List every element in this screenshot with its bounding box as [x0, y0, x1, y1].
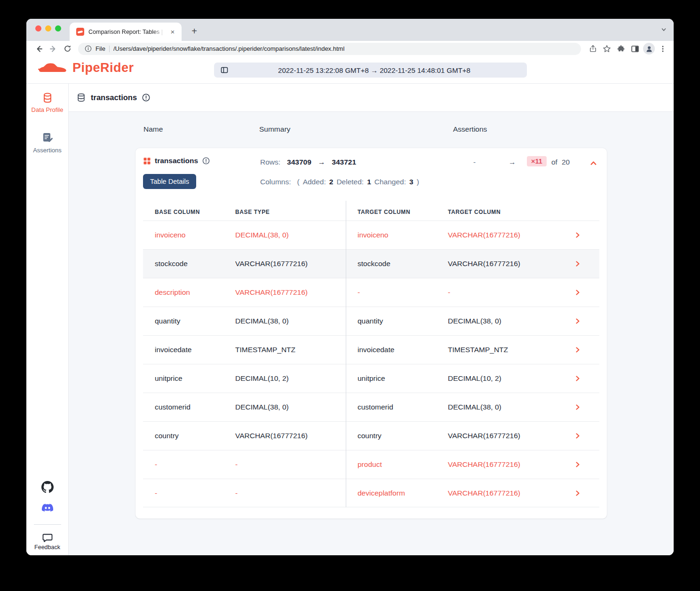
url-scheme: File — [95, 45, 105, 52]
reload-icon[interactable] — [61, 43, 73, 55]
target-column-cell: country — [358, 432, 448, 440]
bookmark-star-icon[interactable] — [601, 43, 613, 55]
page-info-icon[interactable] — [85, 45, 92, 52]
base-type-cell: DECIMAL(38, 0) — [235, 231, 358, 239]
added-count: 2 — [329, 178, 334, 186]
table-row[interactable]: - - product VARCHAR(16777216) — [143, 450, 599, 479]
traffic-lights — [35, 25, 61, 32]
sidebar-label-assertions: Assertions — [33, 146, 62, 155]
table-row[interactable]: customerid DECIMAL(38, 0) customerid DEC… — [143, 393, 599, 421]
url-bar[interactable]: File /Users/dave/piperider/snowflake/tra… — [78, 43, 581, 55]
zoom-window-button[interactable] — [55, 25, 61, 32]
title-info-icon[interactable] — [142, 94, 150, 102]
row-chevron-right-icon[interactable] — [574, 403, 599, 411]
row-chevron-right-icon[interactable] — [574, 317, 599, 325]
table-row[interactable]: quantity DECIMAL(38, 0) quantity DECIMAL… — [143, 307, 599, 335]
assertions-base-value: - — [473, 158, 476, 166]
feedback-bubble-icon[interactable] — [42, 533, 53, 543]
sidebar-label-data-profile: Data Profile — [32, 105, 64, 115]
header-base-column: BASE COLUMN — [155, 209, 235, 215]
list-header-name: Name — [143, 125, 163, 134]
back-icon[interactable] — [33, 43, 45, 55]
row-chevron-right-icon[interactable] — [574, 489, 599, 497]
table-row[interactable]: country VARCHAR(16777216) country VARCHA… — [143, 421, 599, 450]
sidebar-item-assertions[interactable]: Assertions — [26, 132, 68, 155]
assertions-of-label: of — [551, 158, 557, 166]
row-chevron-right-icon[interactable] — [574, 346, 599, 354]
tab-close-icon[interactable]: × — [168, 28, 177, 36]
base-column-cell: quantity — [155, 317, 235, 325]
columns-label: Columns: — [260, 178, 291, 186]
forward-icon[interactable] — [47, 43, 59, 55]
collapse-chevron-up-icon[interactable] — [588, 158, 598, 168]
added-label: Added: — [303, 178, 326, 186]
rows-target-count: 343721 — [332, 158, 356, 166]
comparison-range-pill[interactable]: 2022-11-25 13:22:08 GMT+8 → 2022-11-25 1… — [214, 63, 527, 78]
target-type-cell: TIMESTAMP_NTZ — [448, 346, 558, 354]
target-type-cell: DECIMAL(38, 0) — [448, 317, 558, 325]
browser-tab[interactable]: Comparison Report: Tables | Pi × — [70, 23, 182, 41]
share-icon[interactable] — [587, 43, 599, 55]
table-comparison-card: transactions Table Details Rows: 343709 — [135, 148, 607, 519]
base-type-cell: DECIMAL(38, 0) — [235, 403, 358, 411]
table-row[interactable]: invoiceno DECIMAL(38, 0) invoiceno VARCH… — [143, 221, 599, 249]
piperider-logo[interactable]: PipeRider — [38, 61, 134, 75]
assertions-total: 20 — [562, 158, 570, 166]
table-row[interactable]: - - deviceplatform VARCHAR(16777216) — [143, 479, 599, 507]
tab-strip: Comparison Report: Tables | Pi × + — [26, 19, 674, 41]
browser-menu-kebab-icon[interactable] — [657, 43, 669, 55]
discord-icon[interactable] — [41, 504, 54, 514]
target-column-cell: invoicedate — [358, 346, 448, 354]
page-title: transactions — [91, 93, 137, 102]
table-details-button[interactable]: Table Details — [143, 174, 196, 189]
row-chevron-right-icon[interactable] — [574, 432, 599, 440]
row-chevron-right-icon[interactable] — [574, 461, 599, 468]
base-column-cell: unitprice — [155, 374, 235, 383]
tab-search-chevron-icon[interactable] — [660, 26, 667, 33]
base-type-cell: VARCHAR(16777216) — [235, 260, 358, 268]
minimize-window-button[interactable] — [45, 25, 51, 32]
grid-icon — [143, 158, 151, 165]
list-header-assertions: Assertions — [453, 125, 487, 134]
extensions-puzzle-icon[interactable] — [615, 43, 627, 55]
side-panel-icon[interactable] — [629, 43, 641, 55]
row-chevron-right-icon[interactable] — [574, 289, 599, 296]
app-header: PipeRider 2022-11-25 13:22:08 GMT+8 → 20… — [26, 56, 674, 84]
new-tab-button[interactable]: + — [188, 25, 200, 38]
base-column-cell: customerid — [155, 403, 235, 411]
table-row[interactable]: description VARCHAR(16777216) - - — [143, 278, 599, 307]
target-column-cell: quantity — [358, 317, 448, 325]
database-icon — [42, 92, 53, 103]
rows-label: Rows: — [260, 158, 280, 166]
table-row[interactable]: unitprice DECIMAL(10, 2) unitprice DECIM… — [143, 364, 599, 393]
github-icon[interactable] — [41, 481, 54, 493]
base-type-cell: VARCHAR(16777216) — [235, 432, 358, 440]
assertions-arrow-icon: → — [509, 158, 516, 166]
row-chevron-right-icon[interactable] — [574, 231, 599, 239]
sidebar-item-data-profile[interactable]: Data Profile — [26, 92, 68, 115]
target-column-cell: invoiceno — [358, 231, 448, 239]
table-row[interactable]: stockcode VARCHAR(16777216) stockcode VA… — [143, 249, 599, 278]
base-column-cell: description — [155, 288, 235, 297]
close-window-button[interactable] — [35, 25, 41, 32]
table-database-icon — [77, 93, 86, 102]
row-chevron-right-icon[interactable] — [574, 375, 599, 382]
base-column-cell: country — [155, 432, 235, 440]
target-type-cell: VARCHAR(16777216) — [448, 260, 558, 268]
rows-arrow-icon: → — [318, 158, 326, 166]
card-info-icon[interactable] — [202, 157, 210, 165]
target-column-cell: deviceplatform — [358, 489, 448, 497]
url-divider — [109, 46, 110, 52]
table-row[interactable]: invoicedate TIMESTAMP_NTZ invoicedate TI… — [143, 335, 599, 364]
base-type-cell: - — [235, 460, 358, 469]
profile-avatar[interactable] — [643, 43, 655, 55]
row-chevron-right-icon[interactable] — [574, 260, 599, 268]
target-column-cell: unitprice — [358, 374, 448, 383]
rows-base-count: 343709 — [287, 158, 311, 166]
base-type-cell: VARCHAR(16777216) — [235, 288, 358, 297]
piperider-car-icon — [38, 61, 68, 75]
comparison-table-header: BASE COLUMN BASE TYPE TARGET COLUMN TARG… — [143, 203, 599, 221]
deleted-count: 1 — [367, 178, 371, 186]
target-type-cell: VARCHAR(16777216) — [448, 231, 558, 239]
feedback-label[interactable]: Feedback — [34, 544, 60, 551]
